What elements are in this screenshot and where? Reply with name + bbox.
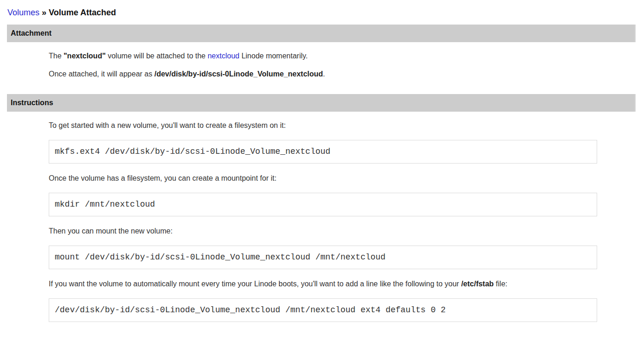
attachment-section: Attachment The "nextcloud" volume will b…	[0, 25, 644, 78]
step-fstab-paragraph: If you want the volume to automatically …	[49, 279, 636, 288]
step-create-mountpoint-text: Once the volume has a filesystem, you ca…	[49, 174, 636, 183]
attachment-status-text-post: Linode momentarily.	[239, 52, 308, 60]
breadcrumb: Volumes » Volume Attached	[0, 0, 644, 25]
mkdir-command-code-block: mkdir /mnt/nextcloud	[49, 193, 597, 216]
volume-name: "nextcloud"	[64, 52, 106, 60]
breadcrumb-separator: »	[42, 8, 46, 17]
fstab-path: /etc/fstab	[461, 280, 494, 288]
instructions-section-content: To get started with a new volume, you'll…	[7, 121, 636, 322]
device-path-paragraph: Once attached, it will appear as /dev/di…	[49, 69, 636, 78]
mount-command-code-block: mount /dev/disk/by-id/scsi-0Linode_Volum…	[49, 246, 597, 269]
instructions-section: Instructions To get started with a new v…	[0, 94, 644, 322]
fstab-text-post: file:	[494, 280, 507, 288]
attachment-section-header: Attachment	[7, 25, 636, 42]
step-create-filesystem-text: To get started with a new volume, you'll…	[49, 121, 636, 130]
attachment-status-paragraph: The "nextcloud" volume will be attached …	[49, 51, 636, 60]
fstab-text: If you want the volume to automatically …	[49, 280, 461, 288]
device-path-text: Once attached, it will appear as	[49, 70, 155, 78]
fstab-line-code-block: /dev/disk/by-id/scsi-0Linode_Volume_next…	[49, 298, 597, 322]
page-title: Volume Attached	[49, 8, 116, 17]
instructions-section-header: Instructions	[7, 94, 636, 112]
attachment-status-text: The	[49, 52, 64, 60]
device-path: /dev/disk/by-id/scsi-0Linode_Volume_next…	[155, 70, 323, 78]
attachment-section-content: The "nextcloud" volume will be attached …	[7, 51, 636, 78]
mkfs-command-code-block: mkfs.ext4 /dev/disk/by-id/scsi-0Linode_V…	[49, 140, 597, 164]
breadcrumb-volumes-link[interactable]: Volumes	[7, 8, 39, 17]
device-path-text-post: .	[323, 70, 325, 78]
attachment-status-text-mid: volume will be attached to the	[106, 52, 208, 60]
step-mount-volume-text: Then you can mount the new volume:	[49, 227, 636, 235]
linode-link[interactable]: nextcloud	[207, 52, 239, 60]
